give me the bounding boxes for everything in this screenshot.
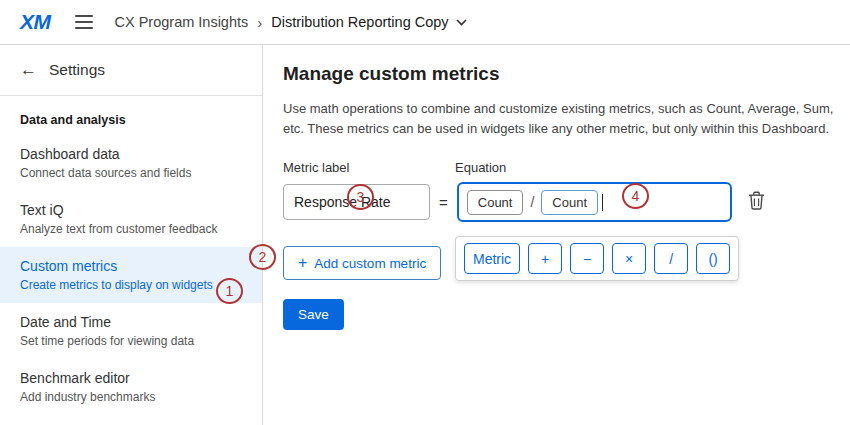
delete-metric-button[interactable] — [748, 191, 765, 213]
main-content: Manage custom metrics Use math operation… — [263, 45, 850, 425]
sidebar-item-text-iq[interactable]: Text iQ Analyze text from customer feedb… — [0, 191, 262, 247]
divide-operator-button[interactable]: / — [654, 243, 688, 274]
metric-label-caption: Metric label — [283, 160, 455, 175]
page-title: Manage custom metrics — [283, 63, 850, 85]
sidebar-item-dashboard-data[interactable]: Dashboard data Connect data sources and … — [0, 135, 262, 191]
equation-operator-toolbar: Metric + − × / () — [455, 236, 739, 281]
nav-item-label: Custom metrics — [20, 258, 242, 274]
xm-logo: XM — [20, 10, 51, 34]
top-bar: XM CX Program Insights › Distribution Re… — [0, 0, 850, 45]
nav-item-description: Connect data sources and fields — [20, 166, 242, 180]
equation-caption: Equation — [455, 160, 506, 175]
equation-input[interactable]: Count / Count — [457, 182, 732, 222]
parentheses-operator-button[interactable]: () — [696, 243, 730, 274]
breadcrumb-parent[interactable]: CX Program Insights — [115, 14, 249, 30]
multiply-operator-button[interactable]: × — [612, 243, 646, 274]
breadcrumb-current[interactable]: Distribution Reporting Copy — [271, 14, 448, 30]
annotation-marker-1: 1 — [216, 278, 243, 304]
sidebar-section-label: Data and analysis — [0, 96, 262, 135]
sidebar-item-benchmark-editor[interactable]: Benchmark editor Add industry benchmarks — [0, 359, 262, 415]
save-button[interactable]: Save — [283, 299, 344, 330]
equation-operator: / — [530, 194, 534, 210]
nav-item-label: Date and Time — [20, 314, 242, 330]
settings-title: Settings — [49, 61, 105, 79]
annotation-marker-3: 3 — [347, 184, 374, 210]
page-description: Use math operations to combine and custo… — [283, 99, 843, 138]
plus-operator-button[interactable]: + — [528, 243, 562, 274]
settings-back[interactable]: ← Settings — [0, 45, 262, 95]
nav-item-description: Add industry benchmarks — [20, 390, 242, 404]
breadcrumb: CX Program Insights › Distribution Repor… — [115, 14, 467, 31]
trash-icon — [748, 191, 765, 210]
metric-operator-button[interactable]: Metric — [464, 243, 520, 274]
nav-item-description: Analyze text from customer feedback — [20, 222, 242, 236]
nav-item-description: Set time periods for viewing data — [20, 334, 242, 348]
chevron-down-icon[interactable] — [456, 19, 467, 26]
nav-item-label: Dashboard data — [20, 146, 242, 162]
back-arrow-icon: ← — [20, 60, 37, 80]
minus-operator-button[interactable]: − — [570, 243, 604, 274]
annotation-marker-2: 2 — [249, 244, 276, 270]
add-custom-metric-button[interactable]: + Add custom metric — [283, 246, 441, 280]
nav-item-label: Text iQ — [20, 202, 242, 218]
sidebar-item-date-and-time[interactable]: Date and Time Set time periods for viewi… — [0, 303, 262, 359]
breadcrumb-separator: › — [257, 14, 262, 31]
equation-operand-chip[interactable]: Count — [541, 190, 598, 215]
menu-icon[interactable] — [75, 15, 93, 29]
nav-item-description: Create metrics to display on widgets — [20, 278, 242, 292]
annotation-marker-4: 4 — [622, 183, 649, 209]
plus-icon: + — [298, 255, 307, 271]
settings-sidebar: ← Settings Data and analysis Dashboard d… — [0, 45, 263, 425]
add-custom-metric-label: Add custom metric — [314, 256, 426, 271]
equals-sign: = — [439, 194, 448, 211]
nav-item-label: Benchmark editor — [20, 370, 242, 386]
text-cursor — [602, 194, 603, 211]
equation-operand-chip[interactable]: Count — [467, 190, 524, 215]
